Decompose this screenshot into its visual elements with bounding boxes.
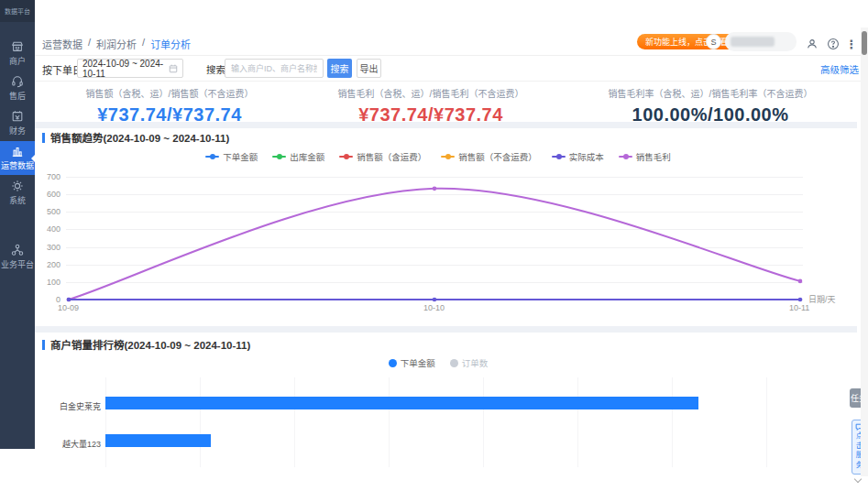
stat-gross-margin: 销售毛利率（含税、运）/销售毛利率（不含运费） 100.00%/100.00% — [573, 86, 848, 126]
sidebar-item-operations-data[interactable]: 运营数据 — [0, 141, 35, 175]
bar-category-label: 白金史莱克 — [35, 400, 101, 412]
trend-section-title: 销售额趋势(2024-10-09 ~ 2024-10-11) — [42, 130, 229, 145]
sidebar-item-system[interactable]: 系统 — [0, 176, 35, 210]
y-tick-label: 400 — [33, 224, 60, 234]
date-range-value: 2024-10-09 ~ 2024-10-11 — [82, 59, 165, 79]
gridline — [483, 377, 484, 467]
scrollbar-track[interactable] — [861, 27, 868, 476]
sidebar-item-label: 运营数据 — [1, 159, 34, 171]
more-menu-icon[interactable]: ⋮ — [844, 37, 859, 51]
breadcrumb-profit-analysis[interactable]: 利润分析 — [96, 37, 137, 51]
x-tick-label: 10-10 — [423, 303, 445, 312]
y-tick-label: 200 — [33, 260, 60, 269]
app-logo: 数据平台 — [0, 0, 35, 22]
storefront-icon — [11, 40, 24, 53]
gridline — [389, 377, 390, 467]
gridline — [66, 282, 803, 283]
bar-chart-icon — [11, 145, 24, 158]
legend-item-actual-cost[interactable]: 实际成本 — [552, 150, 604, 163]
calendar-icon — [169, 64, 178, 73]
x-tick-label: 10-09 — [58, 303, 79, 312]
divider — [35, 81, 861, 82]
y-tick-label: 600 — [33, 190, 60, 199]
legend-marker — [441, 154, 455, 159]
x-tick-label: 10-11 — [789, 303, 809, 312]
breadcrumb-separator: / — [142, 37, 145, 51]
scrollbar-thumb[interactable] — [862, 31, 867, 55]
breadcrumb: 运营数据 / 利润分析 / 订单分析 — [42, 37, 191, 51]
y-tick-label: 0 — [33, 295, 60, 304]
gridline — [294, 377, 295, 467]
section-gap — [35, 122, 857, 128]
export-button[interactable]: 导出 — [357, 59, 381, 78]
sidebar-item-label: 商户 — [9, 55, 26, 67]
username-redacted[interactable] — [725, 32, 797, 51]
gridline — [66, 247, 803, 248]
y-tick-label: 100 — [33, 278, 60, 287]
legend-marker — [619, 154, 632, 159]
chevron-down-icon[interactable] — [854, 475, 862, 483]
legend-item-order-amount[interactable]: 下单金额 — [389, 356, 435, 369]
trend-legend: 下单金额 出库金额 销售额（含运费） 销售额（不含运费） 实际成本 销售毛利 — [35, 150, 841, 163]
gridline — [66, 177, 803, 178]
avatar[interactable]: S — [706, 34, 721, 49]
title-accent-bar — [42, 340, 45, 350]
contact-support-icon[interactable] — [805, 37, 819, 51]
y-tick-label: 500 — [33, 207, 60, 216]
stat-gross-profit: 销售毛利（含税、运）/销售毛利（不含运费） ¥737.74/¥737.74 — [293, 86, 568, 126]
gridline — [66, 212, 803, 213]
search-input[interactable] — [225, 59, 324, 78]
legend-dot — [389, 359, 397, 367]
legend-marker — [272, 154, 286, 159]
rank-legend: 下单金额 订单数 — [35, 356, 841, 369]
order-analysis-page: 数据平台 商户 售后 财务 运营数据 — [0, 0, 868, 502]
breadcrumb-separator: / — [88, 37, 91, 51]
gear-icon — [11, 180, 24, 192]
breadcrumb-order-analysis[interactable]: 订单分析 — [150, 37, 191, 51]
y-tick-label: 700 — [33, 172, 60, 181]
date-range-input[interactable]: 2024-10-09 ~ 2024-10-11 — [77, 59, 183, 78]
sidebar-item-finance[interactable]: 财务 — [0, 106, 35, 140]
divider — [35, 55, 861, 56]
gridline — [200, 377, 201, 467]
legend-item-gross-profit[interactable]: 销售毛利 — [619, 150, 671, 163]
stat-label: 销售额（含税、运）/销售额（不含运费） — [32, 86, 307, 100]
breadcrumb-operations[interactable]: 运营数据 — [42, 37, 82, 51]
stat-label: 销售毛利（含税、运）/销售毛利（不含运费） — [293, 86, 568, 100]
gridline — [105, 377, 106, 467]
gridline — [577, 377, 578, 467]
rank-section-title: 商户销量排行榜(2024-10-09 ~ 2024-10-11) — [42, 337, 250, 352]
headset-icon — [11, 75, 24, 88]
legend-marker — [552, 154, 566, 159]
legend-item-order-count-disabled[interactable]: 订单数 — [450, 356, 489, 369]
gridline — [66, 265, 803, 266]
y-tick-label: 300 — [33, 243, 60, 252]
gridline — [66, 229, 803, 230]
rank-bar[interactable] — [105, 434, 211, 447]
legend-item-order-amount[interactable]: 下单金额 — [205, 150, 258, 163]
gridline — [766, 377, 767, 467]
search-button[interactable]: 搜索 — [327, 59, 352, 78]
rank-bar[interactable] — [105, 397, 698, 409]
sidebar-item-business-platform[interactable]: 业务平台 — [0, 240, 35, 274]
sidebar-item-aftersales[interactable]: 售后 — [0, 71, 35, 105]
sidebar-item-label: 系统 — [9, 194, 26, 206]
x-axis-unit-label: 日期/天 — [808, 293, 836, 305]
sidebar-item-label: 业务平台 — [1, 258, 34, 270]
section-gap — [35, 326, 857, 333]
stat-label: 销售毛利率（含税、运）/销售毛利率（不含运费） — [573, 86, 848, 100]
legend-item-outbound-amount[interactable]: 出库金额 — [272, 150, 324, 163]
sidebar-item-merchant[interactable]: 商户 — [0, 37, 35, 71]
title-accent-bar — [42, 133, 45, 143]
help-icon[interactable] — [826, 37, 841, 51]
legend-item-sales-with-shipping[interactable]: 销售额（含运费） — [339, 150, 426, 163]
legend-marker — [205, 154, 219, 159]
bar-category-label: 越大量123 — [35, 438, 101, 450]
sidebar-item-label: 售后 — [9, 90, 26, 102]
stat-sales-amount: 销售额（含税、运）/销售额（不含运费） ¥737.74/¥737.74 — [32, 86, 307, 126]
sidebar-item-label: 财务 — [9, 125, 26, 136]
legend-dot — [450, 359, 458, 367]
legend-item-sales-without-shipping[interactable]: 销售额（不含运费） — [441, 150, 537, 163]
gridline — [672, 377, 673, 467]
sidebar: 数据平台 商户 售后 财务 运营数据 — [0, 0, 35, 449]
